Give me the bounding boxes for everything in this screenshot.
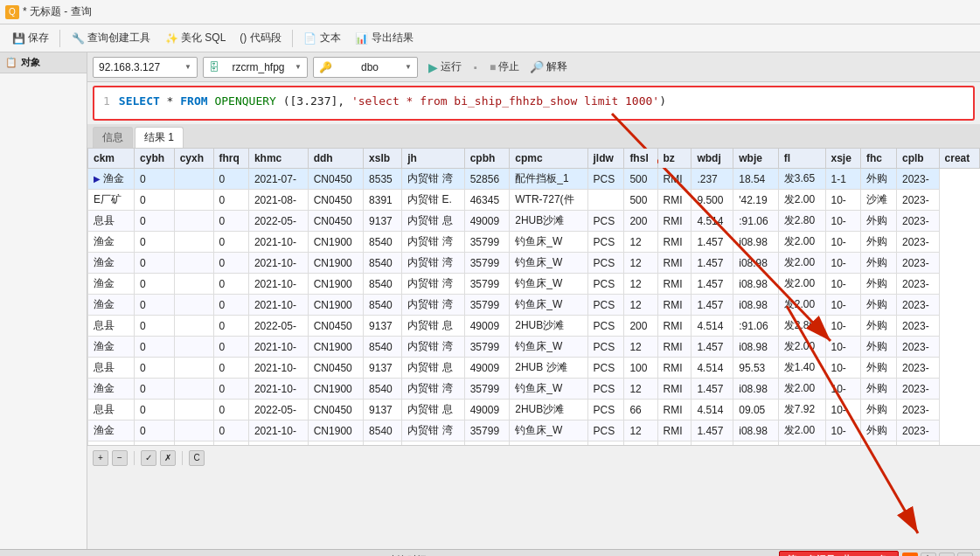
export-results-button[interactable]: 📊 导出结果 [349,28,420,48]
table-cell: RMI [657,358,692,379]
table-cell: 1.457 [692,420,733,441]
table-cell: CN1900 [308,232,363,253]
table-cell: 2023- [897,211,940,232]
copy-button[interactable]: C [189,450,205,466]
table-cell [174,400,213,420]
col-header-wbdj: wbdj [692,149,733,169]
table-cell: CN0450 [308,316,363,337]
sql-editor[interactable]: 1SELECT * FROM OPENQUERY ([3.237], 'sele… [93,86,975,121]
table-cell: RMI [657,400,692,420]
table-cell: 息县 [88,211,135,232]
table-cell: 35799 [464,379,510,400]
table-cell: 外购 [860,274,896,295]
table-cell: 200 [624,211,657,232]
table-row: 息县002022-05-CN04509137内贸钳 息490092HUB沙滩PC… [88,211,980,232]
table-cell: 内贸钳 湾 [402,169,465,190]
audio-icon[interactable]: ♪ [939,553,955,557]
table-cell: 渔金 [88,295,135,316]
status-right: 第 1 条记录 (共 1000 条) S 中 ♪ ⊞ [779,551,973,556]
table-cell: 0 [135,232,175,253]
table-row: 息县002021-10-CN04509137内贸钳 息490092HUB 沙滩P… [88,358,980,379]
table-cell: 2021-10- [248,232,308,253]
grid-icon[interactable]: ⊞ [957,553,973,557]
table-cell: 发7.92 [778,400,825,420]
table-cell: 8540 [364,295,402,316]
results-area[interactable]: ckm cybh cyxh fhrq khmc ddh xslb jh cpbh… [87,148,980,445]
table-cell: 0 [213,358,248,379]
table-cell: 发2.00 [778,337,825,358]
explain-icon: 🔎 [530,60,544,73]
stop-button[interactable]: ■ 停止 [484,58,525,76]
table-row: 息县002022-05-CN04509137内贸钳 息490092HUB沙滩PC… [88,316,980,337]
query-builder-button[interactable]: 🔧 查询创建工具 [65,28,156,48]
table-cell: RMI [657,190,692,211]
table-cell: 内贸钳 湾 [402,337,465,358]
table-cell: 0 [213,190,248,211]
table-cell [174,253,213,274]
table-cell: PCS [587,420,624,441]
add-row-button[interactable]: + [93,450,108,466]
table-cell: 10- [825,274,860,295]
save-button[interactable]: 💾 保存 [5,28,55,48]
table-cell: 外购 [860,337,896,358]
server-dropdown[interactable]: 92.168.3.127 ▼ [93,57,198,78]
table-cell: 10- [825,337,860,358]
table-cell: i08.98 [733,274,779,295]
lang-icon[interactable]: 中 [921,553,936,557]
table-cell [174,316,213,337]
tab-result1[interactable]: 结果 1 [135,127,184,148]
table-cell: 发1.40 [778,358,825,379]
table-cell: 2HUB沙滩 [510,211,587,232]
run-button[interactable]: ▶ 运行 [423,58,467,76]
table-cell: 49009 [464,316,510,337]
table-cell: 内贸钳 湾 [402,379,465,400]
chevron-down-icon: ▼ [184,63,191,71]
table-cell: 0 [135,274,175,295]
table-cell: 2022-05- [248,400,308,420]
table-cell: 0 [213,316,248,337]
table-cell: 发2.00 [778,190,825,211]
col-header-wbje: wbje [733,149,779,169]
tab-info[interactable]: 信息 [93,127,133,148]
text-menu-button[interactable]: 📄 文本 [297,28,347,48]
table-cell: 0 [135,358,175,379]
table-cell: 2023- [897,420,940,441]
explain-button[interactable]: 🔎 解释 [530,59,567,74]
left-panel-header: 📋 对象 [0,52,87,73]
table-cell: 8540 [364,274,402,295]
confirm-button[interactable]: ✓ [141,450,156,466]
table-cell: 1.457 [692,295,733,316]
table-cell: 沙滩 [860,190,896,211]
cancel-edit-button[interactable]: ✗ [160,450,176,466]
schema-dropdown[interactable]: 🔑 dbo ▼ [313,57,418,78]
beautify-sql-button[interactable]: ✨ 美化 SQL [158,28,232,48]
table-cell: 2023- [897,295,940,316]
table-cell: 息县 [88,358,135,379]
table-cell: 8540 [364,253,402,274]
query-builder-icon: 🔧 [71,31,85,45]
col-header-ckm: ckm [88,149,135,169]
table-cell: 2022-05- [248,316,308,337]
table-cell: 200 [624,316,657,337]
table-cell: 渔金 [88,379,135,400]
table-cell [587,190,624,211]
table-cell: 0 [213,420,248,441]
database-dropdown[interactable]: 🗄 rzcrm_hfpg ▼ [203,57,308,78]
table-row: 渔金002021-10-CN19008540内贸钳 湾35799钓鱼床_WPCS… [88,232,980,253]
result-tabs: 信息 结果 1 [87,124,980,148]
table-cell: 发2.00 [778,274,825,295]
table-cell: 渔金 [88,420,135,441]
table-cell: ▶ 渔金 [88,169,135,190]
table-cell: 内贸钳 息 [402,358,465,379]
table-cell: 0 [135,190,175,211]
code-snippet-button[interactable]: () 代码段 [233,28,287,48]
table-body: ▶ 渔金002021-07-CN04508535内贸钳 湾52856配件挡板_1… [88,169,980,446]
table-cell: 2023- [897,358,940,379]
table-cell: CN1900 [308,274,363,295]
table-cell: 0 [213,232,248,253]
remove-row-button[interactable]: − [112,450,128,466]
table-cell [174,358,213,379]
table-cell: 渔金 [88,232,135,253]
main-layout: 📋 对象 92.168.3.127 ▼ 🗄 rzcrm_hfpg ▼ 🔑 [0,52,980,549]
table-cell: 内贸钳 息 [402,211,465,232]
